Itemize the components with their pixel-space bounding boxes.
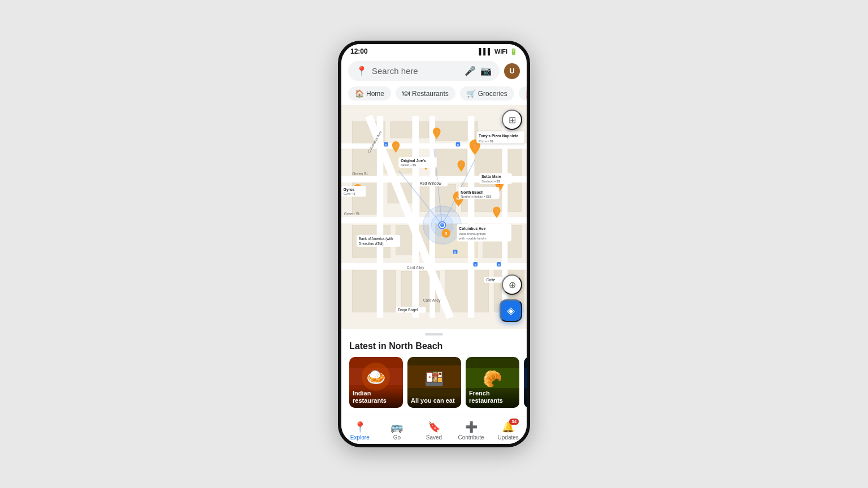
phone-frame: 12:00 ▌▌▌ WiFi 🔋 📍 Search here 🎤 📷 U 🏠 H… — [338, 41, 530, 447]
nav-saved-label: Saved — [426, 434, 442, 441]
chip-restaurants-label: Restaurants — [412, 90, 449, 98]
card-label-indian: Indian restaurants — [353, 390, 400, 404]
battery-icon: 🔋 — [510, 48, 518, 55]
map-area[interactable]: Columbus Ave Green St Card Alley 🍕 — [341, 105, 527, 329]
svg-rect-2 — [390, 121, 429, 138]
status-time: 12:00 — [350, 47, 368, 55]
svg-text:Caffe: Caffe — [487, 278, 496, 282]
nav-go-label: Go — [393, 434, 401, 441]
card-overlay-allyoucaneat: All you can eat — [407, 395, 461, 408]
nav-saved[interactable]: 🔖 Saved — [415, 416, 453, 444]
layers-icon: ⊞ — [509, 115, 516, 125]
card-overlay-indian: Indian restaurants — [349, 387, 403, 408]
signal-icon: ▌▌▌ — [479, 48, 492, 55]
card-indian[interactable]: 🍛 Indian restaurants — [349, 357, 403, 408]
svg-text:Sotto Mare: Sotto Mare — [481, 175, 501, 179]
svg-text:🍱: 🍱 — [424, 369, 444, 388]
card-overlay-cocktail: C… — [524, 395, 527, 408]
restaurants-chip-icon: 🍽 — [402, 89, 410, 98]
svg-text:🍕: 🍕 — [472, 143, 478, 149]
sheet-title: Latest in North Beach — [341, 341, 527, 357]
card-label-french: French restaurants — [469, 390, 516, 404]
svg-text:B: B — [385, 144, 387, 147]
svg-text:B: B — [498, 264, 500, 267]
layers-button[interactable]: ⊞ — [502, 110, 522, 130]
user-avatar[interactable]: U — [504, 63, 520, 79]
svg-text:$: $ — [445, 231, 448, 236]
chip-groceries[interactable]: 🛒 Groceries — [460, 86, 514, 101]
svg-text:Seafood • $$: Seafood • $$ — [481, 180, 501, 183]
status-icons: ▌▌▌ WiFi 🔋 — [479, 48, 518, 55]
my-location-button[interactable]: ⊕ — [502, 274, 522, 295]
mic-icon[interactable]: 🎤 — [465, 66, 476, 76]
svg-text:Wide thoroughfare: Wide thoroughfare — [459, 232, 485, 236]
svg-text:Pizza • $$: Pizza • $$ — [479, 140, 494, 143]
svg-text:Green St: Green St — [344, 212, 359, 216]
chip-gas[interactable]: ⛽ Gas — [519, 86, 527, 101]
svg-text:B: B — [454, 251, 456, 254]
updates-badge: 34 — [509, 419, 519, 425]
status-bar: 12:00 ▌▌▌ WiFi 🔋 — [341, 44, 527, 58]
svg-text:B: B — [475, 264, 476, 267]
chip-restaurants[interactable]: 🍽 Restaurants — [396, 86, 455, 101]
search-placeholder: Search here — [372, 66, 460, 76]
home-chip-icon: 🏠 — [355, 89, 364, 98]
search-input-area[interactable]: 📍 Search here 🎤 📷 — [348, 61, 500, 81]
svg-text:🍴: 🍴 — [459, 163, 463, 167]
explore-icon: 📍 — [354, 421, 366, 433]
svg-text:Dago Bagel: Dago Bagel — [398, 308, 418, 312]
nav-updates-label: Updates — [498, 434, 519, 441]
nav-go[interactable]: 🚌 Go — [379, 416, 416, 444]
svg-text:Columbus Ave: Columbus Ave — [459, 226, 485, 230]
svg-rect-29 — [341, 116, 346, 318]
svg-text:Tony's Pizza Napoleta: Tony's Pizza Napoleta — [479, 134, 518, 138]
nav-explore-label: Explore — [350, 434, 370, 441]
bottom-sheet: Latest in North Beach 🍛 Indian restauran… — [341, 329, 527, 416]
bottom-nav: 📍 Explore 🚌 Go 🔖 Saved ➕ Contribute 🔔 34… — [341, 416, 527, 444]
groceries-chip-icon: 🛒 — [467, 89, 476, 98]
svg-text:🍛: 🍛 — [366, 368, 386, 386]
contribute-icon: ➕ — [465, 421, 478, 433]
category-cards-row: 🍛 Indian restaurants 🍱 All you can eat — [341, 357, 527, 416]
svg-text:🍴: 🍴 — [495, 209, 499, 213]
nav-contribute[interactable]: ➕ Contribute — [453, 416, 490, 444]
card-allyoucaneat[interactable]: 🍱 All you can eat — [407, 357, 461, 408]
svg-rect-18 — [445, 269, 488, 312]
camera-icon[interactable]: 📷 — [480, 66, 492, 76]
directions-icon: ◈ — [507, 304, 515, 317]
svg-rect-16 — [352, 269, 396, 312]
category-chips: 🏠 Home 🍽 Restaurants 🛒 Groceries ⛽ Gas — [341, 84, 527, 105]
svg-text:Northern Italian • $$$: Northern Italian • $$$ — [461, 195, 492, 198]
chip-home-label: Home — [366, 90, 384, 98]
svg-text:🍴: 🍴 — [394, 144, 398, 148]
card-cocktail[interactable]: 🍹 C… — [524, 357, 527, 408]
svg-text:Green St: Green St — [352, 172, 367, 176]
card-overlay-french: French restaurants — [466, 387, 519, 408]
go-icon: 🚌 — [390, 421, 403, 433]
svg-text:Card Alley: Card Alley — [407, 265, 424, 270]
location-icon: ⊕ — [509, 280, 516, 290]
svg-text:B: B — [457, 144, 459, 147]
chip-home[interactable]: 🏠 Home — [348, 86, 391, 101]
directions-button[interactable]: ◈ — [500, 299, 522, 322]
svg-text:Gyro • $: Gyro • $ — [344, 192, 356, 195]
svg-text:North Beach: North Beach — [461, 190, 483, 194]
svg-text:🍴: 🍴 — [435, 130, 439, 134]
svg-text:Drive-thru ATM): Drive-thru ATM) — [359, 242, 384, 246]
saved-icon: 🔖 — [428, 421, 440, 433]
gas-chip-icon: ⛽ — [526, 89, 527, 98]
svg-text:Italian • $$: Italian • $$ — [401, 163, 416, 167]
svg-text:Red Window: Red Window — [420, 181, 441, 185]
nav-updates[interactable]: 🔔 34 Updates — [489, 416, 527, 444]
sheet-handle — [425, 333, 443, 336]
wifi-icon: WiFi — [494, 48, 507, 55]
nav-explore[interactable]: 📍 Explore — [341, 416, 379, 444]
svg-text:with notable landm: with notable landm — [458, 237, 486, 240]
updates-badge-container: 🔔 34 — [502, 421, 514, 433]
search-bar: 📍 Search here 🎤 📷 U — [341, 58, 527, 84]
maps-logo-icon: 📍 — [356, 66, 367, 76]
card-french[interactable]: 🥐 French restaurants — [466, 357, 519, 408]
svg-text:Gyros: Gyros — [344, 188, 355, 192]
svg-text:🥐: 🥐 — [483, 369, 502, 388]
svg-text:Original Joe's: Original Joe's — [401, 159, 426, 163]
